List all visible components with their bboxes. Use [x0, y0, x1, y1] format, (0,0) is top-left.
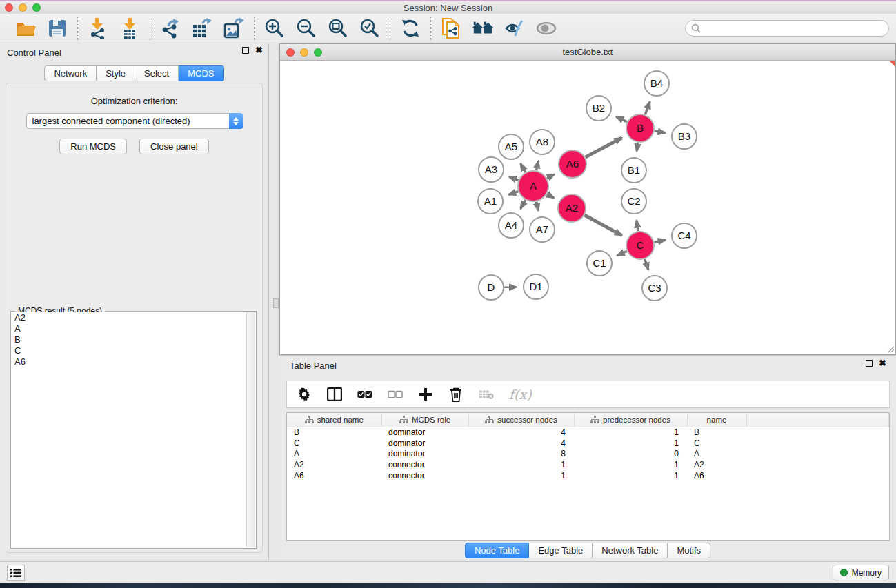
- graph-edge-B-B4[interactable]: [645, 101, 650, 114]
- graph-edge-B-B1[interactable]: [637, 143, 638, 152]
- table-cell[interactable]: dominator: [381, 449, 468, 460]
- table-cell[interactable]: 1: [574, 438, 687, 449]
- table-row[interactable]: Bdominator41B: [287, 427, 889, 438]
- refresh-icon[interactable]: [399, 17, 421, 39]
- table-cell[interactable]: 0: [574, 449, 687, 460]
- network-canvas[interactable]: B4B2BB3A8A5A6A3B1AA1C2A2A4A7C4CC1D1DC3: [280, 61, 895, 354]
- mcds-result-item[interactable]: A: [12, 323, 246, 334]
- graph-node-A5[interactable]: A5: [499, 134, 524, 159]
- table-row[interactable]: Adominator80A: [287, 449, 889, 460]
- result-scrollbar[interactable]: [246, 312, 255, 547]
- graph-node-A3[interactable]: A3: [479, 157, 504, 182]
- table-cell[interactable]: 1: [574, 427, 687, 438]
- close-table-panel-icon[interactable]: ✖: [879, 360, 886, 367]
- memory-button[interactable]: Memory: [833, 565, 889, 580]
- delete-table-icon[interactable]: [479, 387, 494, 402]
- graph-node-A8[interactable]: A8: [530, 130, 555, 154]
- column-header-successor-nodes[interactable]: successor nodes: [468, 413, 574, 427]
- table-cell[interactable]: B: [687, 427, 746, 438]
- run-mcds-button[interactable]: Run MCDS: [59, 139, 127, 154]
- graph-node-B4[interactable]: B4: [644, 71, 669, 96]
- column-header-shared-name[interactable]: shared name: [287, 413, 381, 427]
- graph-node-C3[interactable]: C3: [642, 276, 667, 301]
- column-header-MCDS-role[interactable]: MCDS role: [381, 413, 468, 427]
- search-input[interactable]: [701, 23, 883, 33]
- zoom-fit-icon[interactable]: [327, 17, 349, 39]
- table-cell[interactable]: A2: [287, 459, 381, 470]
- tab-select[interactable]: Select: [135, 65, 179, 81]
- birds-eye-corner-icon[interactable]: [889, 61, 895, 67]
- graph-node-D1[interactable]: D1: [524, 274, 548, 299]
- close-panel-button[interactable]: Close panel: [139, 139, 209, 154]
- import-table-icon[interactable]: [119, 17, 141, 39]
- search-field[interactable]: [685, 20, 889, 37]
- mcds-result-item[interactable]: B: [12, 334, 246, 345]
- table-cell[interactable]: 1: [574, 470, 687, 481]
- table-cell[interactable]: connector: [381, 459, 468, 470]
- zoom-out-icon[interactable]: [295, 17, 317, 39]
- bird-eye-view-icon[interactable]: [535, 17, 557, 39]
- table-tab-motifs[interactable]: Motifs: [668, 543, 710, 558]
- table-tab-edge-table[interactable]: Edge Table: [529, 543, 593, 558]
- float-table-panel-icon[interactable]: [866, 360, 873, 367]
- graph-node-A7[interactable]: A7: [530, 217, 555, 242]
- select-all-icon[interactable]: [357, 387, 372, 402]
- graph-edge-A-A1[interactable]: [508, 192, 518, 195]
- graph-node-D[interactable]: D: [479, 275, 504, 300]
- mcds-result-item[interactable]: A2: [12, 312, 246, 323]
- graph-node-A2[interactable]: A2: [558, 194, 586, 222]
- table-cell[interactable]: A6: [687, 470, 746, 481]
- graph-edge-C-C1[interactable]: [617, 251, 627, 255]
- task-history-button[interactable]: [7, 565, 25, 581]
- network-window-titlebar[interactable]: testGlobe.txt: [280, 44, 895, 61]
- tab-mcds[interactable]: MCDS: [179, 65, 223, 81]
- column-header-predecessor-nodes[interactable]: predecessor nodes: [574, 413, 687, 427]
- add-column-icon[interactable]: [418, 387, 433, 402]
- table-cell[interactable]: 1: [468, 470, 574, 481]
- graph-node-B1[interactable]: B1: [621, 158, 646, 183]
- table-cell[interactable]: C: [287, 438, 381, 449]
- table-row[interactable]: A6connector11A6: [287, 470, 889, 481]
- table-cell[interactable]: dominator: [381, 438, 468, 449]
- import-network-icon[interactable]: [87, 17, 109, 39]
- table-cell[interactable]: A: [687, 449, 746, 460]
- graph-edge-C-C4[interactable]: [655, 240, 666, 243]
- graph-edge-A-A8[interactable]: [537, 161, 539, 170]
- column-view-icon[interactable]: [327, 387, 342, 402]
- graph-edge-A-A5[interactable]: [521, 163, 526, 172]
- graph-node-B[interactable]: B: [626, 114, 654, 142]
- graph-edge-C-C2[interactable]: [637, 221, 638, 231]
- splitter-gripper[interactable]: [273, 298, 279, 308]
- graph-node-C2[interactable]: C2: [621, 189, 646, 214]
- optimization-criterion-select[interactable]: largest connected component (directed): [26, 113, 243, 129]
- graph-edge-B-B3[interactable]: [655, 131, 666, 133]
- graph-node-A6[interactable]: A6: [559, 150, 586, 178]
- table-cell[interactable]: 1: [468, 459, 574, 470]
- table-cell[interactable]: connector: [381, 470, 468, 481]
- graph-edge-A-A7[interactable]: [537, 202, 539, 211]
- save-session-icon[interactable]: [46, 17, 68, 39]
- table-cell[interactable]: A: [287, 449, 381, 460]
- table-cell[interactable]: dominator: [381, 427, 468, 438]
- tab-network[interactable]: Network: [44, 65, 97, 81]
- graph-node-A[interactable]: A: [518, 171, 548, 201]
- float-panel-icon[interactable]: [242, 47, 249, 54]
- hide-graphics-details-icon[interactable]: [504, 17, 526, 39]
- export-network-icon[interactable]: [159, 17, 181, 39]
- table-cell[interactable]: B: [287, 427, 381, 438]
- table-row[interactable]: Cdominator41C: [287, 438, 889, 449]
- tab-style[interactable]: Style: [97, 65, 135, 81]
- graph-edge-A-A4[interactable]: [521, 200, 526, 209]
- column-header-name[interactable]: name: [687, 413, 746, 427]
- graph-node-A1[interactable]: A1: [478, 189, 503, 214]
- graph-node-B2[interactable]: B2: [586, 96, 611, 121]
- graph-node-A4[interactable]: A4: [499, 213, 524, 238]
- table-cell[interactable]: A2: [687, 459, 746, 470]
- table-header-row[interactable]: shared nameMCDS rolesuccessor nodesprede…: [287, 413, 889, 427]
- zoom-selected-icon[interactable]: [359, 17, 381, 39]
- table-cell[interactable]: A6: [287, 470, 381, 481]
- graph-edge-A6-B[interactable]: [586, 138, 622, 157]
- table-cell[interactable]: 1: [574, 459, 687, 470]
- graph-node-C[interactable]: C: [626, 232, 654, 259]
- open-session-icon[interactable]: [14, 17, 37, 39]
